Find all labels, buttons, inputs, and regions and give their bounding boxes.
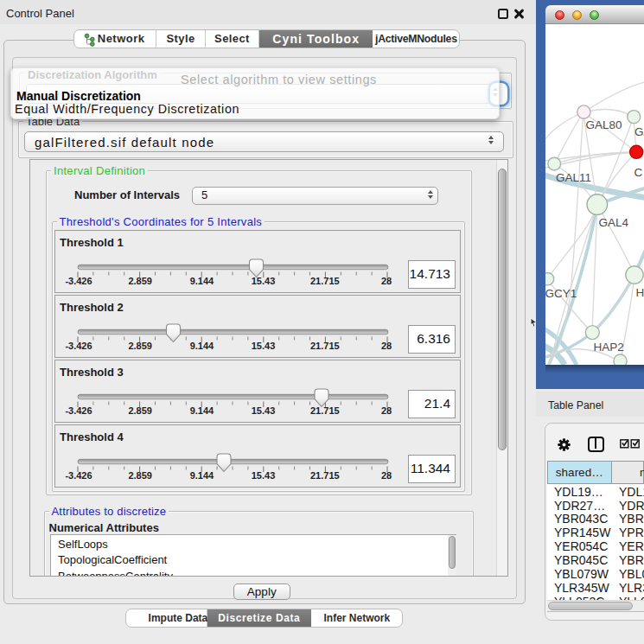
svg-text:C: C [634,166,643,179]
svg-text:21.715: 21.715 [310,405,340,415]
svg-text:H: H [636,286,644,299]
svg-text:-3.426: -3.426 [65,469,92,480]
svg-text:2.859: 2.859 [128,275,152,285]
svg-text:15.43: 15.43 [252,405,276,415]
svg-text:15.43: 15.43 [252,275,276,285]
svg-text:21.715: 21.715 [310,469,340,480]
svg-text:-3.426: -3.426 [65,340,92,350]
svg-text:28: 28 [381,405,392,415]
svg-text:GCY1: GCY1 [545,287,577,300]
svg-text:2.859: 2.859 [128,340,152,350]
svg-text:28: 28 [381,469,392,480]
svg-text:28: 28 [381,340,392,350]
svg-text:GA: GA [634,125,644,138]
svg-text:9.144: 9.144 [190,340,214,350]
svg-text:15.43: 15.43 [252,340,276,350]
svg-text:28: 28 [381,275,392,285]
svg-text:9.144: 9.144 [190,405,214,415]
svg-text:GAL4: GAL4 [599,216,629,229]
svg-text:21.715: 21.715 [310,340,340,350]
svg-text:-3.426: -3.426 [65,275,92,285]
svg-text:2.859: 2.859 [128,469,152,480]
svg-text:2.859: 2.859 [128,405,152,415]
svg-text:9.144: 9.144 [190,275,214,285]
svg-text:GAL80: GAL80 [586,118,622,131]
svg-text:HAP2: HAP2 [594,341,624,354]
svg-text:-3.426: -3.426 [65,405,92,415]
svg-text:9.144: 9.144 [190,469,214,480]
svg-text:GAL11: GAL11 [556,171,591,184]
svg-text:15.43: 15.43 [252,469,276,480]
svg-text:21.715: 21.715 [310,275,340,285]
